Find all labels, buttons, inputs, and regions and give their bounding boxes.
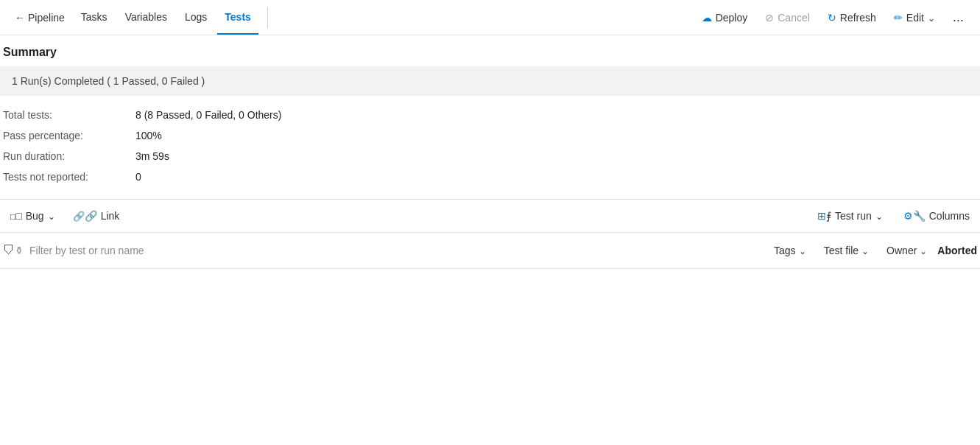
cloud-icon — [702, 12, 712, 24]
stat-row-total: Total tests: 8 (8 Passed, 0 Failed, 0 Ot… — [3, 105, 977, 125]
filter-placeholder: Filter by test or run name — [29, 245, 144, 256]
more-label: ... — [953, 10, 964, 24]
link-button[interactable]: 🔗 Link — [66, 206, 127, 226]
aborted-label: Aborted — [937, 245, 977, 256]
owner-label: Owner — [886, 245, 917, 256]
columns-label: Columns — [929, 210, 970, 222]
cancel-icon — [765, 12, 774, 24]
edit-chevron-icon — [928, 12, 935, 24]
link-label: Link — [101, 210, 120, 222]
refresh-label: Refresh — [840, 12, 876, 24]
stat-row-duration: Run duration: 3m 59s — [3, 146, 977, 167]
tags-chevron-icon — [799, 245, 806, 256]
nav-actions: Deploy Cancel Refresh Edit ... — [694, 7, 971, 28]
status-text: 1 Run(s) Completed ( 1 Passed, 0 Failed … — [12, 75, 205, 87]
refresh-button[interactable]: Refresh — [820, 7, 884, 28]
test-file-dropdown[interactable]: Test file — [817, 240, 876, 261]
status-bar: 1 Run(s) Completed ( 1 Passed, 0 Failed … — [0, 66, 980, 96]
bug-button[interactable]: □ Bug — [3, 206, 63, 226]
nav-label-tests: Tests — [225, 11, 251, 23]
test-run-label: Test run — [835, 210, 872, 222]
refresh-icon — [828, 12, 836, 24]
nav-label-variables: Variables — [125, 11, 167, 23]
tags-label: Tags — [774, 245, 796, 256]
nav-label-logs: Logs — [185, 11, 207, 23]
top-navigation: Pipeline Tasks Variables Logs Tests Depl… — [0, 0, 980, 35]
test-file-chevron-icon — [861, 245, 869, 256]
stats-grid: Total tests: 8 (8 Passed, 0 Failed, 0 Ot… — [0, 96, 980, 196]
stat-label-total: Total tests: — [3, 109, 135, 121]
owner-dropdown[interactable]: Owner — [879, 240, 934, 261]
bug-label: Bug — [26, 210, 44, 222]
cancel-label: Cancel — [778, 12, 810, 24]
edit-icon — [894, 12, 903, 24]
toolbar: □ Bug 🔗 Link ⨎ Test run 🔧 Columns — [0, 199, 980, 233]
stat-value-duration: 3m 59s — [135, 150, 169, 162]
back-button[interactable]: Pipeline — [9, 7, 71, 28]
stat-label-pass: Pass percentage: — [3, 130, 135, 141]
edit-button[interactable]: Edit — [886, 7, 942, 28]
owner-chevron-icon — [920, 245, 927, 256]
stat-label-not-reported: Tests not reported: — [3, 171, 135, 183]
stat-label-duration: Run duration: — [3, 150, 135, 162]
nav-divider — [267, 7, 268, 28]
stat-row-pass: Pass percentage: 100% — [3, 125, 977, 146]
link-icon: 🔗 — [73, 210, 97, 222]
edit-label: Edit — [906, 12, 924, 24]
deploy-label: Deploy — [716, 12, 748, 24]
bug-chevron-icon — [48, 210, 55, 222]
toolbar-right: ⨎ Test run 🔧 Columns — [810, 206, 977, 226]
arrow-left-icon — [15, 12, 25, 24]
page-content: Summary 1 Run(s) Completed ( 1 Passed, 0… — [0, 35, 980, 269]
deploy-button[interactable]: Deploy — [694, 7, 755, 28]
filter-bar: ⚱ Filter by test or run name Tags Test f… — [0, 233, 980, 269]
columns-icon: 🔧 — [903, 210, 926, 222]
tags-dropdown[interactable]: Tags — [766, 240, 814, 261]
stat-value-pass: 100% — [135, 130, 162, 141]
cancel-button[interactable]: Cancel — [758, 7, 817, 28]
stat-row-not-reported: Tests not reported: 0 — [3, 167, 977, 187]
filter-icon: ⚱ — [3, 244, 24, 257]
nav-item-tests[interactable]: Tests — [217, 0, 258, 35]
stat-value-total: 8 (8 Passed, 0 Failed, 0 Others) — [135, 109, 281, 121]
more-button[interactable]: ... — [945, 7, 971, 28]
nav-item-logs[interactable]: Logs — [177, 0, 214, 35]
nav-item-variables[interactable]: Variables — [118, 0, 175, 35]
columns-button[interactable]: 🔧 Columns — [896, 206, 977, 226]
test-file-label: Test file — [824, 245, 859, 256]
filter-input-wrap[interactable]: ⚱ Filter by test or run name — [3, 244, 761, 257]
nav-item-tasks[interactable]: Tasks — [74, 0, 115, 35]
stat-value-not-reported: 0 — [135, 171, 141, 183]
summary-heading: Summary — [0, 35, 980, 66]
filter-dropdowns: Tags Test file Owner Aborted — [766, 240, 977, 261]
testrun-icon: ⨎ — [817, 210, 831, 222]
test-run-button[interactable]: ⨎ Test run — [810, 206, 890, 226]
nav-label-tasks: Tasks — [81, 11, 107, 23]
bug-icon: □ — [10, 210, 22, 222]
testrun-chevron-icon — [875, 210, 883, 222]
back-label: Pipeline — [28, 12, 65, 24]
